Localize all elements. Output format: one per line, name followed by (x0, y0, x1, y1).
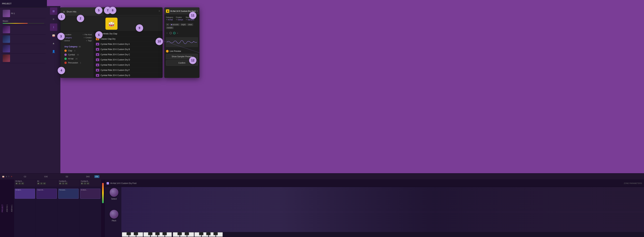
result-item-9[interactable]: ▦ Cymbal Ride 20 K Custom Dry G (94, 73, 162, 78)
category-clap-count: 3 (74, 50, 75, 52)
piano-roll-header: Hi-Hat 14 K Custom Dry Foot ZONE PARAMET… (104, 180, 644, 187)
result-name-7: Cymbal Ride 20 K Custom Dry E (100, 64, 160, 66)
track-col-3-header: Cymbal A... ▶ S M (58, 180, 79, 187)
track-4-play-btn[interactable]: ▶ (81, 182, 83, 184)
filter-filekind[interactable]: ✳ File Kind (82, 34, 92, 36)
meta-category-label: Category (166, 17, 173, 18)
select-knob[interactable] (110, 188, 118, 197)
track-col-3: Cymbal A... ▶ S M Percussio... (58, 180, 80, 237)
track-2-s-btn[interactable]: S (40, 182, 42, 184)
sidebar-btn-asterisk[interactable]: ✳ (50, 16, 57, 23)
circle-btn-1[interactable] (170, 32, 172, 34)
meta-col-creator: Creator ✳ Genys (176, 17, 183, 21)
browser-content: ✳ Location ✳ File Kind ✳ Category ✳ (60, 31, 162, 78)
percussion-dot (64, 62, 67, 64)
project-vert-label: PROJECT (2, 204, 3, 212)
track-col-4-name: Cymbal A... (81, 180, 100, 182)
sidebar-btn-user[interactable]: 👤 (50, 48, 57, 55)
track-thumb-1 (3, 26, 10, 33)
filter-creator[interactable]: ✳ Creator (84, 37, 92, 39)
track-list-item-fx1[interactable]: FX 1 (1, 9, 46, 18)
sidebar-btn-arrow[interactable]: ▲ (50, 40, 57, 47)
sidebar-btn-grid[interactable]: ⊞ (50, 8, 57, 15)
live-preview-section: ✓ Live Preview (164, 49, 200, 54)
result-item-1[interactable]: ▤ Synthetic Dry Clap (94, 31, 162, 37)
track-block-2-name: Snare AS... (38, 189, 44, 191)
browser-panel: ⊞ Drum Hits ☆ 🥁 ✳ Location ✳ File Kind (60, 8, 162, 78)
vertical-labels-area: PROJECT (0, 180, 5, 237)
search-input[interactable] (110, 10, 157, 13)
result-item-7[interactable]: ▦ Cymbal Ride 20 K Custom Dry E (94, 62, 162, 68)
track-list-item-2[interactable] (1, 34, 46, 44)
annotation-3: 3 (57, 33, 65, 40)
pitch-knob[interactable] (110, 210, 118, 218)
track-1-s-btn[interactable]: S (18, 182, 21, 184)
result-icon-9: ▦ (96, 74, 99, 77)
tag-pencil-icon: ✏ (166, 23, 169, 26)
result-item-3[interactable]: ▦ Cymbal Ride 20 K Custom Dry A (94, 42, 162, 47)
result-item-6[interactable]: ▦ Cymbal Ride 20 K Custom Dry D (94, 57, 162, 62)
clap-dot (64, 50, 67, 52)
track-list-item-4[interactable] (1, 54, 46, 63)
filter-filekind-label: File Kind (84, 34, 92, 36)
filter-device[interactable]: ✳ Device (62, 40, 70, 42)
track-list-item-1[interactable] (1, 25, 46, 34)
track-4-s-btn[interactable]: S (84, 182, 86, 184)
svg-rect-15 (156, 232, 160, 235)
track-block-4: Hi-Hat A... (80, 189, 100, 199)
result-item-8[interactable]: ▦ Cymbal Ride 20 K Custom Dry F (94, 68, 162, 73)
annotation-6: 6 (95, 31, 102, 39)
piano-header-title: Hi-Hat 14 K Custom Dry Foot (110, 182, 136, 184)
pitch-knob-area: Pitch (110, 210, 118, 222)
filter-creator-label: Creator (86, 37, 92, 39)
favorite-star-btn[interactable]: ☆ (166, 32, 168, 34)
asterisk-icon-5: ✳ (62, 40, 64, 42)
track-list-item-3[interactable] (1, 44, 46, 54)
select-knob-area: Select (110, 188, 118, 200)
fx-button[interactable]: FX (94, 175, 100, 178)
category-cymbal-count: 35 (77, 54, 79, 56)
search-close-icon[interactable]: × (158, 10, 160, 13)
track-3-s-btn[interactable]: S (62, 182, 64, 184)
category-percussion[interactable]: Percussion 1 (60, 61, 94, 65)
toolbar-x-icon[interactable]: ✕ (11, 175, 12, 178)
track-3-m-btn[interactable]: M (65, 182, 68, 184)
tag-acoustic: acoustic (170, 23, 180, 26)
device-asterisk: ✳ (186, 19, 187, 21)
live-preview-row: ✓ Live Preview (166, 49, 198, 54)
cymbal-dot (64, 54, 67, 56)
filter-section: ✳ Location ✳ File Kind ✳ Category ✳ (60, 33, 94, 43)
result-name-9: Cymbal Ride 20 K Custom Dry G (100, 74, 160, 77)
track-block-1: Hi-Hat A... (15, 189, 35, 199)
detail-close-btn[interactable]: × (196, 10, 198, 13)
tag-metallic: metallic (166, 27, 174, 29)
result-item-4[interactable]: ▦ Cymbal Ride 20 K Custom Dry B (94, 47, 162, 52)
track-1-m-btn[interactable]: M (21, 182, 24, 184)
track-4-m-btn[interactable]: M (87, 182, 89, 184)
track-1-play-btn[interactable]: ▶ (16, 182, 18, 184)
track-col-3-controls: ▶ S M (59, 182, 78, 184)
sidebar-btn-drum[interactable]: 🥁 (50, 32, 57, 39)
category-value-text: Hi-hat (168, 19, 173, 21)
add-btn[interactable]: + (177, 32, 178, 34)
category-clap[interactable]: Clap 3 (60, 49, 94, 53)
detail-actions: ☆ + (164, 30, 200, 36)
track-block-1-name: Hi-Hat A... (16, 189, 22, 191)
hihat-dot (64, 58, 67, 60)
any-category-item[interactable]: Any Category 65 (60, 45, 94, 49)
drum-icon-large: 🥁 (106, 18, 118, 30)
result-item-2[interactable]: ▤ Classic Clap Dry ⭐● (94, 37, 162, 42)
category-hihat[interactable]: Hi-hat 26 (60, 57, 94, 61)
sidebar-btn-wave[interactable]: ⌇ (50, 24, 57, 31)
track-3-play-btn[interactable]: ▶ (59, 182, 62, 184)
circle-btn-2[interactable] (173, 32, 176, 34)
note-d2: D2 (66, 176, 68, 178)
browser-results: ▤ Synthetic Dry Clap ▤ Classic Clap Dry … (94, 31, 162, 78)
category-cymbal[interactable]: Cymbal 35 (60, 53, 94, 57)
filter-tags[interactable]: ✳ Tags (86, 40, 92, 42)
track-col-4: Cymbal A... ▶ S M Hi-Hat A... (80, 180, 101, 237)
meta-category-value: ✳ Hi-hat (166, 19, 173, 21)
track-2-m-btn[interactable]: M (43, 182, 46, 184)
result-item-5[interactable]: ▦ Cymbal Ride 20 K Custom Dry C (94, 52, 162, 57)
track-2-play-btn[interactable]: ▶ (37, 182, 40, 184)
